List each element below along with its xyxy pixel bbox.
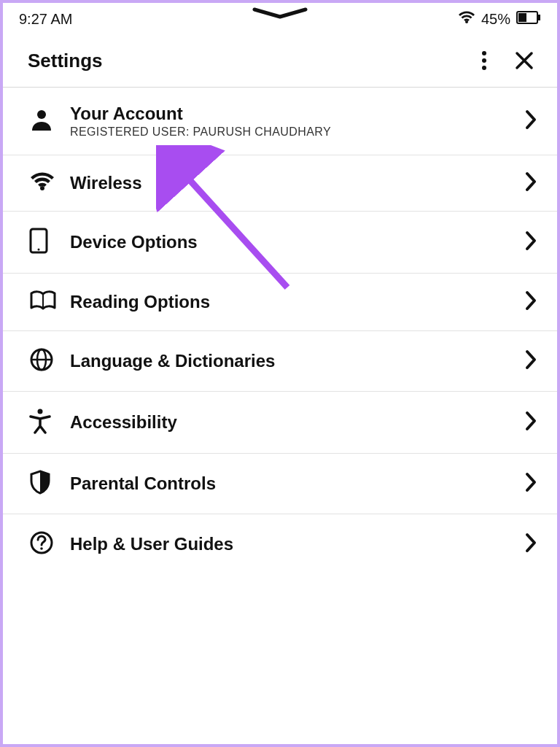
chevron-right-icon [525,349,537,373]
chevron-right-icon [525,411,537,434]
svg-point-13 [38,409,43,414]
book-icon [29,290,57,314]
row-accessibility[interactable]: Accessibility [3,392,557,454]
chevron-right-icon [525,290,537,314]
row-your-account[interactable]: Your Account REGISTERED USER: PAURUSH CH… [3,88,557,155]
svg-point-8 [38,249,40,251]
chevron-right-icon [525,472,537,495]
chevron-right-icon [525,231,537,254]
page-title: Settings [28,50,103,72]
person-icon [29,107,54,135]
status-time: 9:27 AM [19,11,72,28]
status-battery-pct: 45% [481,11,510,28]
row-title: Parental Controls [70,473,508,494]
swipe-handle-icon [251,7,309,19]
row-wireless[interactable]: Wireless [3,155,557,212]
wifi-icon [458,10,475,28]
svg-point-5 [482,66,486,70]
row-title: Device Options [70,232,508,252]
row-title: Help & User Guides [70,534,508,554]
row-parental-controls[interactable]: Parental Controls [3,454,557,514]
row-device-options[interactable]: Device Options [3,212,557,274]
svg-rect-2 [538,15,540,20]
page-header: Settings [3,33,557,87]
row-title: Your Account [70,104,508,124]
close-button[interactable] [512,48,537,73]
svg-point-15 [40,547,43,550]
row-subtitle: REGISTERED USER: PAURUSH CHAUDHARY [70,125,508,139]
row-reading-options[interactable]: Reading Options [3,274,557,331]
row-help-guides[interactable]: Help & User Guides [3,514,557,574]
close-icon [515,61,534,72]
battery-icon [516,11,541,28]
chevron-right-icon [525,171,537,195]
tablet-icon [29,228,48,257]
svg-point-3 [482,51,486,55]
row-language-dictionaries[interactable]: Language & Dictionaries [3,331,557,392]
help-icon [29,530,54,558]
svg-point-6 [37,110,46,119]
more-vertical-icon [481,62,487,73]
settings-list: Your Account REGISTERED USER: PAURUSH CH… [3,88,557,574]
more-menu-button[interactable] [478,47,490,74]
row-title: Language & Dictionaries [70,351,508,371]
row-title: Reading Options [70,292,508,312]
chevron-right-icon [525,109,537,133]
shield-icon [29,470,51,498]
svg-rect-1 [518,13,526,22]
row-title: Wireless [70,173,508,193]
device-frame: 9:27 AM 45% Settings [0,0,560,747]
svg-point-4 [482,58,486,63]
row-title: Accessibility [70,412,508,433]
globe-icon [29,347,54,375]
accessibility-icon [29,408,51,437]
chevron-right-icon [525,533,537,556]
wifi-icon [29,171,55,195]
